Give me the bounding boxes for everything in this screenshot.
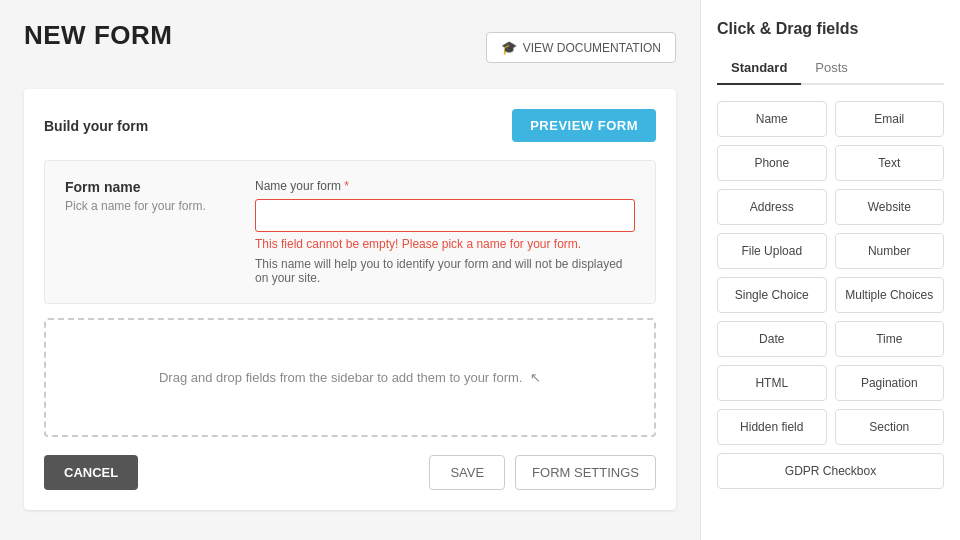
field-gdpr-checkbox[interactable]: GDPR Checkbox <box>717 453 944 489</box>
graduation-icon: 🎓 <box>501 40 517 55</box>
error-message: This field cannot be empty! Please pick … <box>255 237 635 251</box>
form-name-section-desc: Pick a name for your form. <box>65 199 225 213</box>
save-button[interactable]: SAVE <box>429 455 505 490</box>
form-name-left: Form name Pick a name for your form. <box>65 179 225 213</box>
preview-form-button[interactable]: PREVIEW FORM <box>512 109 656 142</box>
tab-posts[interactable]: Posts <box>801 54 862 85</box>
tab-standard[interactable]: Standard <box>717 54 801 85</box>
field-label: Name your form * <box>255 179 635 193</box>
field-phone[interactable]: Phone <box>717 145 827 181</box>
view-docs-label: VIEW DOCUMENTATION <box>523 41 661 55</box>
sidebar-title: Click & Drag fields <box>717 20 944 38</box>
form-builder-card: Build your form PREVIEW FORM Form name P… <box>24 89 676 510</box>
field-website[interactable]: Website <box>835 189 945 225</box>
fields-grid: Name Email Phone Text Address Website Fi… <box>717 101 944 489</box>
field-number[interactable]: Number <box>835 233 945 269</box>
field-email[interactable]: Email <box>835 101 945 137</box>
form-name-input[interactable] <box>255 199 635 232</box>
field-date[interactable]: Date <box>717 321 827 357</box>
field-pagination[interactable]: Pagination <box>835 365 945 401</box>
field-file-upload[interactable]: File Upload <box>717 233 827 269</box>
drop-zone-text: Drag and drop fields from the sidebar to… <box>159 370 522 385</box>
form-builder-header: Build your form PREVIEW FORM <box>44 109 656 142</box>
form-name-section: Form name Pick a name for your form. Nam… <box>44 160 656 304</box>
field-section[interactable]: Section <box>835 409 945 445</box>
field-time[interactable]: Time <box>835 321 945 357</box>
page-title: NEW FORM <box>24 20 172 51</box>
form-name-section-title: Form name <box>65 179 225 195</box>
form-footer: CANCEL SAVE FORM SETTINGS <box>44 455 656 490</box>
cancel-button[interactable]: CANCEL <box>44 455 138 490</box>
form-settings-button[interactable]: FORM SETTINGS <box>515 455 656 490</box>
field-single-choice[interactable]: Single Choice <box>717 277 827 313</box>
sidebar-tabs: Standard Posts <box>717 54 944 85</box>
header-row: NEW FORM 🎓 VIEW DOCUMENTATION <box>24 20 676 71</box>
sidebar: Click & Drag fields Standard Posts Name … <box>700 0 960 540</box>
form-name-right: Name your form * This field cannot be em… <box>255 179 635 285</box>
helper-text: This name will help you to identify your… <box>255 257 635 285</box>
field-hidden-field[interactable]: Hidden field <box>717 409 827 445</box>
field-address[interactable]: Address <box>717 189 827 225</box>
drop-zone: Drag and drop fields from the sidebar to… <box>44 318 656 437</box>
main-content: NEW FORM 🎓 VIEW DOCUMENTATION Build your… <box>0 0 700 540</box>
field-text[interactable]: Text <box>835 145 945 181</box>
field-html[interactable]: HTML <box>717 365 827 401</box>
view-documentation-button[interactable]: 🎓 VIEW DOCUMENTATION <box>486 32 676 63</box>
field-multiple-choices[interactable]: Multiple Choices <box>835 277 945 313</box>
cursor-icon: ↖ <box>530 370 541 385</box>
required-indicator: * <box>341 179 349 193</box>
field-name[interactable]: Name <box>717 101 827 137</box>
build-form-label: Build your form <box>44 118 148 134</box>
